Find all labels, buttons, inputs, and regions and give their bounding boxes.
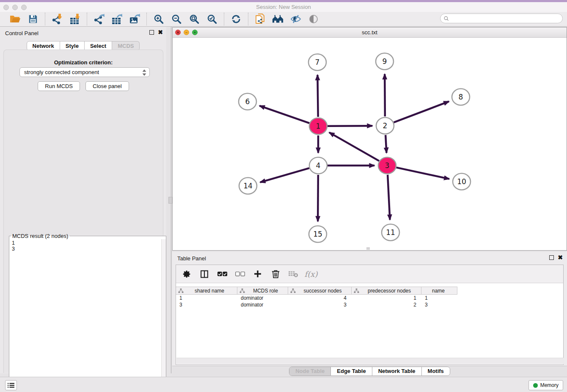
network-graph-canvas[interactable]: 7968124314101511 — [173, 38, 567, 250]
zoom-out-button[interactable] — [171, 13, 182, 25]
graph-node-14[interactable]: 14 — [239, 178, 257, 194]
export-image-button[interactable] — [129, 13, 140, 25]
column-header-successor-nodes[interactable]: successor nodes — [288, 287, 352, 294]
graph-node-8[interactable]: 8 — [452, 89, 470, 105]
table-row[interactable]: 3dominator323 — [176, 302, 563, 309]
add-row-button[interactable] — [252, 268, 263, 279]
mcds-result-text[interactable]: 1 3 — [9, 239, 166, 392]
edge-4-15[interactable] — [318, 175, 318, 221]
zoom-selected-button[interactable] — [206, 13, 218, 25]
column-header-shared-name[interactable]: shared name — [176, 287, 237, 294]
split-columns-icon — [200, 270, 209, 279]
graph-node-1[interactable]: 1 — [309, 118, 327, 135]
graph-node-6[interactable]: 6 — [239, 94, 256, 110]
float-table-panel-icon[interactable] — [549, 255, 554, 260]
save-session-button[interactable] — [27, 13, 39, 25]
column-header-name[interactable]: name — [421, 287, 457, 294]
network-view-window: ✕ − + scc.txt 7968124314101511 — [172, 27, 567, 251]
open-folder-button[interactable] — [9, 13, 21, 25]
import-network-button[interactable] — [51, 13, 63, 25]
close-panel-button[interactable]: Close panel — [85, 81, 129, 91]
graph-node-11[interactable]: 11 — [382, 224, 399, 241]
select-all-checkboxes-button[interactable] — [217, 268, 228, 279]
edge-4-14[interactable] — [260, 168, 309, 182]
task-list-icon — [8, 382, 14, 388]
function-builder-button: f(x) — [306, 268, 317, 279]
node-table-container: f(x) shared nameMCDS rolesuccessor nodes… — [176, 265, 564, 365]
search-input[interactable] — [449, 16, 562, 22]
graph-node-4[interactable]: 4 — [309, 157, 327, 174]
splitter-grip[interactable] — [168, 197, 172, 204]
table-row[interactable]: 1dominator411 — [176, 295, 563, 302]
cell-shared-name: 3 — [176, 302, 237, 309]
node-label-10: 10 — [457, 177, 466, 186]
edge-3-11[interactable] — [388, 175, 390, 220]
edge-1-6[interactable] — [259, 106, 309, 123]
function-builder-icon: f(x) — [305, 270, 318, 279]
edge-3-10[interactable] — [396, 168, 449, 179]
node-label-8: 8 — [459, 93, 463, 101]
network-splitter-grip[interactable] — [366, 247, 370, 250]
panel-splitter[interactable] — [166, 27, 172, 373]
network-from-file-button[interactable] — [254, 13, 266, 25]
close-table-panel-icon[interactable]: ✖ — [558, 255, 563, 260]
tab-motifs[interactable]: Motifs — [421, 367, 450, 375]
node-label-15: 15 — [313, 230, 322, 238]
edge-2-3[interactable] — [385, 135, 386, 153]
zoom-fit-button[interactable] — [188, 13, 200, 25]
cell-MCDS-role: dominator — [237, 302, 288, 309]
edge-2-8[interactable] — [394, 102, 449, 123]
column-header-MCDS-role[interactable]: MCDS role — [237, 287, 288, 294]
graph-node-7[interactable]: 7 — [308, 54, 326, 71]
cell-shared-name: 1 — [176, 295, 237, 302]
network-from-file-icon — [255, 14, 266, 25]
zoom-in-button[interactable] — [153, 13, 165, 25]
graph-node-2[interactable]: 2 — [376, 118, 394, 134]
result-scrollbar[interactable] — [161, 239, 166, 392]
cell-name: 3 — [421, 302, 457, 309]
tab-edge-table[interactable]: Edge Table — [330, 367, 372, 375]
import-table-button[interactable] — [69, 13, 81, 25]
delete-row-icon — [272, 270, 280, 279]
delete-row-button[interactable] — [270, 268, 281, 279]
float-panel-icon[interactable] — [149, 30, 154, 35]
column-header-predecessor-nodes[interactable]: predecessor nodes — [352, 287, 421, 294]
graph-node-10[interactable]: 10 — [453, 174, 471, 190]
show-hide-eye-button[interactable] — [290, 13, 302, 25]
cell-successor-nodes: 4 — [288, 295, 352, 302]
eye-disabled-button[interactable] — [308, 13, 319, 25]
deselect-all-checkboxes-button[interactable] — [234, 268, 245, 279]
memory-button[interactable]: Memory — [528, 380, 563, 390]
cell-name: 1 — [421, 295, 457, 302]
tab-node-table[interactable]: Node Table — [289, 367, 330, 375]
graph-node-9[interactable]: 9 — [376, 53, 394, 70]
settings-gear-button[interactable] — [181, 268, 192, 279]
refresh-layout-button[interactable] — [230, 13, 242, 25]
export-network-button[interactable] — [93, 13, 105, 25]
node-label-1: 1 — [316, 122, 321, 130]
close-panel-icon[interactable]: ✖ — [158, 30, 163, 35]
tab-network-table[interactable]: Network Table — [372, 367, 421, 375]
status-bar: Memory — [0, 377, 567, 392]
node-label-4: 4 — [316, 161, 321, 170]
zoom-selected-icon — [207, 14, 217, 24]
table-scroll-area[interactable] — [176, 358, 564, 364]
graph-node-15[interactable]: 15 — [309, 226, 327, 243]
edge-1-7[interactable] — [317, 75, 318, 117]
home-layouts-button[interactable] — [272, 13, 284, 25]
graph-node-3[interactable]: 3 — [378, 157, 396, 174]
eye-disabled-icon — [308, 14, 319, 24]
run-mcds-button[interactable]: Run MCDS — [38, 81, 80, 91]
open-folder-icon — [10, 14, 21, 24]
edge-3-1[interactable] — [329, 133, 379, 161]
show-hide-eye-icon — [290, 14, 301, 24]
task-history-button[interactable] — [5, 380, 17, 390]
export-table-button[interactable] — [111, 13, 123, 25]
search-box[interactable] — [440, 14, 563, 23]
edge-2-9[interactable] — [385, 74, 385, 116]
criterion-dropdown[interactable]: strongly connected component — [19, 67, 150, 77]
edge-1-2[interactable] — [328, 126, 372, 126]
network-window-titlebar[interactable]: ✕ − + scc.txt — [173, 28, 567, 38]
export-table-icon — [111, 14, 123, 25]
split-columns-button[interactable] — [199, 268, 210, 279]
